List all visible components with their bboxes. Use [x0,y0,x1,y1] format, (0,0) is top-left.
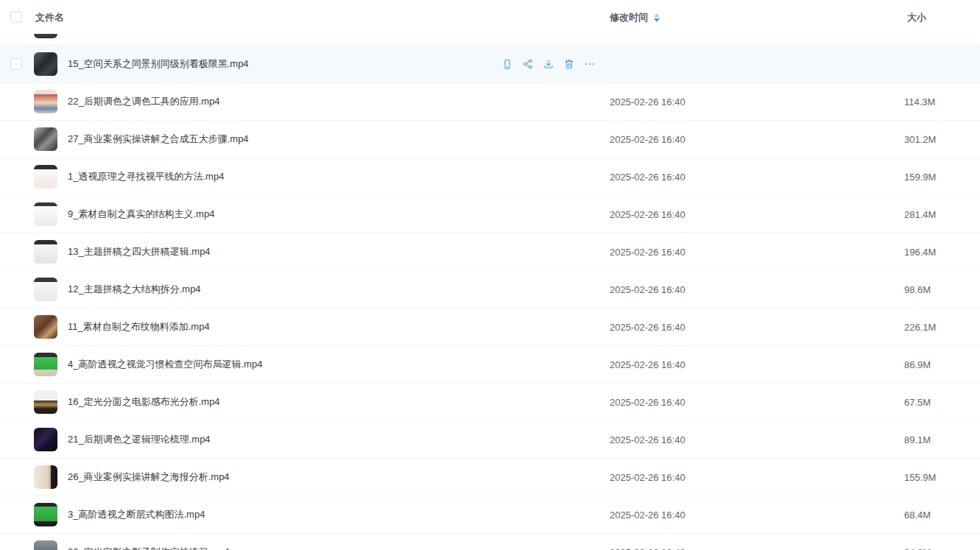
file-modified-time: 2025-02-26 16:40 [610,359,685,370]
video-thumbnail [34,465,57,489]
video-thumbnail [34,240,57,264]
file-row[interactable]: 11_素材自制之布纹物料添加.mp4 [0,309,980,346]
file-size: 301.2M [904,134,936,145]
file-modified-time: 2025-02-26 16:40 [610,547,685,550]
file-size: 159.9M [904,172,936,183]
video-thumbnail [34,353,57,376]
download-button[interactable] [543,57,554,71]
ellipsis-icon [584,57,596,71]
file-row[interactable]: 12_主题拼稿之大结构拆分.mp4 [0,271,980,309]
file-size: 89.1M [904,434,931,445]
file-name: 3_高阶透视之断层式构图法.mp4 [68,508,205,521]
file-name: 26_商业案例实操讲解之海报分析.mp4 [68,470,230,484]
list-header: 文件名 修改时间 大小 [0,0,980,34]
file-name: 4_高阶透视之视觉习惯检查空间布局逻辑.mp4 [68,358,262,371]
row-checkbox[interactable] [10,58,22,70]
video-thumbnail [34,165,57,188]
file-size: 84.2M [904,547,931,550]
file-size: 98.6M [904,284,931,295]
video-thumbnail [34,127,57,151]
video-thumbnail [34,390,57,414]
share-icon [522,57,534,71]
file-name: 13_主题拼稿之四大拼稿逻辑.mp4 [68,245,211,258]
phone-icon [501,57,513,71]
file-modified-time: 2025-02-26 16:40 [610,397,685,408]
share-button[interactable] [522,57,534,71]
video-thumbnail [34,503,57,526]
row-actions [501,57,596,71]
file-name: 21_后期调色之逻辑理论梳理.mp4 [68,433,211,446]
video-thumbnail [34,428,57,451]
file-name: 11_素材自制之布纹物料添加.mp4 [68,320,210,334]
file-size: 114.3M [904,96,935,107]
video-thumbnail [34,90,57,113]
file-modified-time: 2025-02-26 16:40 [610,209,685,220]
file-modified-time: 2025-02-26 16:40 [610,284,685,295]
delete-button[interactable] [563,57,575,71]
file-row[interactable]: 16_定光分面之电影感布光分析.mp4 [0,384,980,421]
video-thumbnail [34,278,57,301]
file-name: 12_主题拼稿之大结构拆分.mp4 [68,283,201,296]
file-row[interactable]: 22_后期调色之调色工具的应用.mp4 [0,83,980,121]
file-row[interactable]: 27_商业案例实操讲解之合成五大步骤.mp4 [0,121,980,158]
file-size: 68.4M [904,510,931,521]
file-row[interactable]: 21_后期调色之逻辑理论梳理.mp4 [0,421,980,459]
file-size: 196.4M [904,247,936,258]
file-row[interactable]: 20_定光定影之影子制作实战练习.mp4 [0,534,980,550]
download-icon [543,57,554,71]
column-header-modified-label: 修改时间 [610,11,648,24]
sort-asc-triangle [654,13,660,17]
file-manager: 文件名 修改时间 大小 [0,0,980,550]
file-name: 27_商业案例实操讲解之合成五大步骤.mp4 [68,133,249,146]
file-modified-time: 2025-02-26 16:40 [610,96,685,107]
file-row[interactable]: 9_素材自制之真实的结构主义.mp4 [0,196,980,233]
video-thumbnail [34,540,57,550]
more-button[interactable] [584,57,596,71]
file-list: 15_空间关系之同景别同级别看极限黑.mp4 [0,8,980,550]
file-modified-time: 2025-02-26 16:40 [610,510,685,521]
file-name: 16_定光分面之电影感布光分析.mp4 [68,395,220,409]
sort-desc-triangle [654,18,660,22]
file-size: 86.9M [904,359,931,370]
file-row[interactable]: 1_透视原理之寻找视平线的方法.mp4 [0,158,980,196]
file-row[interactable]: 13_主题拼稿之四大拼稿逻辑.mp4 [0,233,980,271]
video-thumbnail [34,315,57,339]
video-thumbnail [34,202,57,226]
file-modified-time: 2025-02-26 16:40 [610,247,685,258]
file-modified-time: 2025-02-26 16:40 [610,434,685,445]
file-size: 226.1M [904,322,936,333]
file-name: 20_定光定影之影子制作实战练习.mp4 [68,546,230,550]
file-modified-time: 2025-02-26 16:40 [610,134,685,145]
file-row[interactable]: 3_高阶透视之断层式构图法.mp4 [0,496,980,534]
file-row[interactable]: 26_商业案例实操讲解之海报分析.mp4 [0,459,980,496]
file-name: 15_空间关系之同景别同级别看极限黑.mp4 [68,57,249,71]
select-all-checkbox[interactable] [10,11,22,23]
column-header-filename[interactable]: 文件名 [35,11,64,24]
file-row[interactable]: 4_高阶透视之视觉习惯检查空间布局逻辑.mp4 [0,346,980,384]
file-modified-time: 2025-02-26 16:40 [610,472,685,483]
file-size: 67.5M [904,397,931,408]
file-row[interactable]: 15_空间关系之同景别同级别看极限黑.mp4 [0,46,980,83]
file-size: 155.9M [904,472,936,483]
file-name: 1_透视原理之寻找视平线的方法.mp4 [68,170,224,183]
video-thumbnail [34,52,57,76]
file-size: 281.4M [904,209,936,220]
file-name: 22_后期调色之调色工具的应用.mp4 [68,95,220,108]
file-modified-time: 2025-02-26 16:40 [610,322,685,333]
file-name: 9_素材自制之真实的结构主义.mp4 [68,208,214,221]
sort-icon[interactable] [654,13,660,22]
trash-icon [563,57,575,71]
send-to-phone-button[interactable] [501,57,513,71]
column-header-modified[interactable]: 修改时间 [610,11,660,24]
file-modified-time: 2025-02-26 16:40 [610,172,685,183]
column-header-size[interactable]: 大小 [907,11,926,24]
